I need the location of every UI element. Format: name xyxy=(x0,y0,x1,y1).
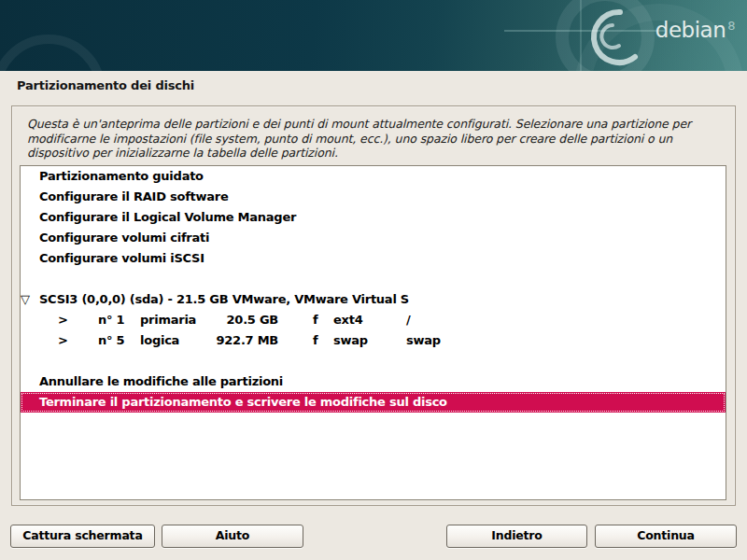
partition-size: 922.7 MB xyxy=(204,330,278,351)
debian-banner: debian8 xyxy=(0,0,747,71)
list-item-configure-iscsi[interactable]: Configurare volumi iSCSI xyxy=(21,248,726,269)
partition-mountpoint: / xyxy=(406,310,411,330)
partition-format-flag: f xyxy=(313,330,317,351)
screenshot-button[interactable]: Cattura schermata xyxy=(10,525,155,548)
page-title: Partizionamento dei dischi xyxy=(17,78,194,92)
collapse-triangle-icon[interactable]: ▽ xyxy=(21,289,37,310)
partition-list: Partizionamento guidato Configurare il R… xyxy=(20,165,726,500)
partition-number: n° 5 xyxy=(98,330,124,351)
step-description: Questa è un'anteprima delle partizioni e… xyxy=(27,117,726,161)
faint-ring xyxy=(0,39,101,71)
partition-row-1[interactable]: > n° 1 primaria 20.5 GB f ext4 / xyxy=(21,310,726,330)
list-item-configure-raid[interactable]: Configurare il RAID software xyxy=(21,187,726,207)
expand-chevron-icon[interactable]: > xyxy=(58,310,68,330)
partition-type: primaria xyxy=(140,310,196,330)
partition-filesystem: ext4 xyxy=(333,310,362,330)
banner-artwork xyxy=(0,0,747,71)
debian-wordmark: debian8 xyxy=(655,20,735,41)
continue-button[interactable]: Continua xyxy=(595,525,737,548)
list-item-undo-changes[interactable]: Annullare le modifiche alle partizioni xyxy=(21,371,726,392)
partition-filesystem: swap xyxy=(333,330,368,351)
disk-row-sda[interactable]: ▽ SCSI3 (0,0,0) (sda) - 21.5 GB VMware, … xyxy=(21,289,726,310)
list-item-configure-lvm[interactable]: Configurare il Logical Volume Manager xyxy=(21,207,726,228)
partition-size: 20.5 GB xyxy=(204,310,278,330)
spacer-row xyxy=(21,351,726,371)
list-item-configure-encrypted[interactable]: Configurare volumi cifrati xyxy=(21,228,726,248)
list-item-guided-partitioning[interactable]: Partizionamento guidato xyxy=(21,166,726,187)
partition-number: n° 1 xyxy=(98,310,124,330)
disk-label: SCSI3 (0,0,0) (sda) - 21.5 GB VMware, VM… xyxy=(39,289,409,310)
list-item-finish-partitioning-selected[interactable]: Terminare il partizionamento e scrivere … xyxy=(21,392,726,413)
debian-version: 8 xyxy=(727,19,735,33)
partition-mountpoint: swap xyxy=(406,330,441,351)
partition-row-5[interactable]: > n° 5 logica 922.7 MB f swap swap xyxy=(21,330,726,351)
expand-chevron-icon[interactable]: > xyxy=(58,330,68,351)
partition-type: logica xyxy=(140,330,179,351)
spacer-row xyxy=(21,269,726,289)
help-button[interactable]: Aiuto xyxy=(162,525,303,548)
back-button[interactable]: Indietro xyxy=(446,525,587,548)
partition-format-flag: f xyxy=(313,310,317,330)
content-frame: Questa è un'anteprima delle partizioni e… xyxy=(11,105,736,506)
